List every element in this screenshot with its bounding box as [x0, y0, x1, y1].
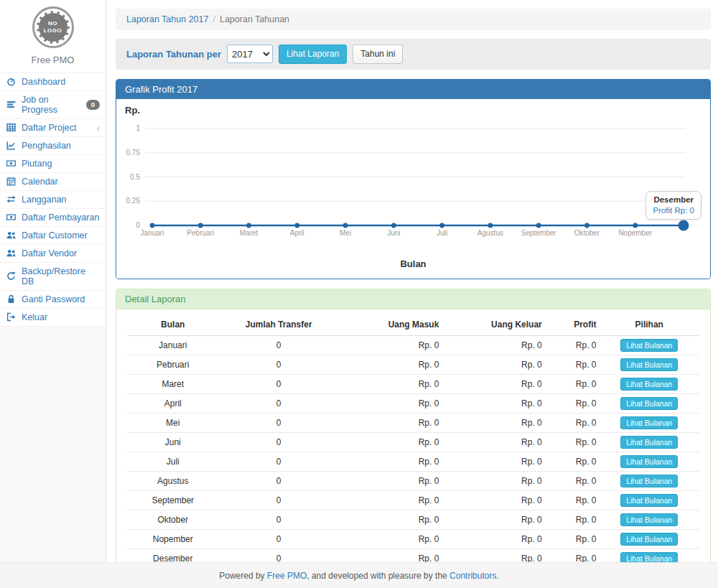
cell-uang-masuk: Rp. 0	[339, 335, 442, 355]
logo-ring: NO LOGO	[32, 6, 74, 48]
breadcrumb-link[interactable]: Laporan Tahun 2017	[126, 14, 208, 24]
chart-panel-title: Grafik Profit 2017	[116, 80, 710, 99]
cell-uang-keluar: Rp. 0	[442, 335, 544, 355]
footer-text: Powered by Free PMO, and developed with …	[219, 571, 499, 581]
column-header: Uang Keluar	[442, 314, 544, 336]
data-point-juli[interactable]	[439, 223, 444, 228]
view-monthly-button[interactable]: Lihat Bulanan	[620, 416, 678, 429]
view-monthly-button[interactable]: Lihat Bulanan	[620, 533, 678, 546]
table-panel-title: Detail Laporan	[116, 289, 710, 309]
cell-profit: Rp. 0	[545, 471, 600, 490]
data-point-nopember[interactable]	[633, 223, 638, 228]
data-point-juni[interactable]	[391, 223, 396, 228]
cell-bulan: April	[127, 393, 219, 413]
breadcrumb-current: Laporan Tahunan	[220, 14, 289, 24]
table-icon	[6, 123, 17, 133]
data-point-maret[interactable]	[246, 223, 251, 228]
y-tick-label: 0	[136, 221, 140, 229]
view-monthly-button[interactable]: Lihat Bulanan	[620, 513, 678, 526]
cell-jumlah-transfer: 0	[219, 393, 339, 413]
table-row: Pebruari0Rp. 0Rp. 0Rp. 0Lihat Bulanan	[127, 355, 699, 374]
sidebar-item-label: Ganti Password	[22, 294, 85, 304]
sidebar-item-dashboard[interactable]: Dashboard	[0, 73, 106, 91]
sidebar-item-daftar-pembayaran[interactable]: Daftar Pembayaran	[0, 209, 106, 227]
year-select[interactable]: 2017	[227, 45, 273, 63]
view-monthly-button[interactable]: Lihat Bulanan	[620, 397, 678, 410]
sidebar-item-daftar-project[interactable]: Daftar Project‹	[0, 119, 106, 137]
sidebar-item-daftar-customer[interactable]: Daftar Customer	[0, 227, 106, 245]
sidebar-item-piutang[interactable]: Piutang	[0, 155, 106, 173]
sidebar-item-job-on-progress[interactable]: Job on Progress0	[0, 91, 106, 119]
table-row: Maret0Rp. 0Rp. 0Rp. 0Lihat Bulanan	[127, 374, 699, 393]
view-monthly-button[interactable]: Lihat Bulanan	[620, 339, 678, 352]
table-row: Juni0Rp. 0Rp. 0Rp. 0Lihat Bulanan	[127, 432, 699, 452]
chart-area: Rp. 00.250.50.751JanuariPebruariMaretApr…	[116, 99, 710, 279]
cell-uang-masuk: Rp. 0	[339, 393, 442, 413]
data-point-agustus[interactable]	[488, 223, 493, 228]
view-monthly-button[interactable]: Lihat Bulanan	[620, 494, 678, 507]
page-footer: Powered by Free PMO, and developed with …	[0, 562, 718, 588]
report-table: BulanJumlah TransferUang MasukUang Kelua…	[127, 314, 699, 584]
data-point-april[interactable]	[294, 223, 299, 228]
x-tick-label: Januari	[141, 229, 164, 237]
cell-uang-masuk: Rp. 0	[339, 529, 442, 549]
table-row: Mei0Rp. 0Rp. 0Rp. 0Lihat Bulanan	[127, 413, 699, 432]
cell-bulan: Maret	[127, 374, 219, 393]
cell-bulan: Mei	[127, 413, 219, 432]
cell-uang-masuk: Rp. 0	[339, 471, 442, 490]
cell-uang-keluar: Rp. 0	[442, 355, 544, 374]
this-year-button[interactable]: Tahun ini	[353, 45, 403, 64]
view-monthly-button[interactable]: Lihat Bulanan	[620, 455, 678, 468]
x-tick-label: Pebruari	[187, 229, 214, 237]
cell-jumlah-transfer: 0	[219, 490, 339, 510]
footer-link-contributors[interactable]: Contributors.	[449, 571, 499, 581]
view-monthly-button[interactable]: Lihat Bulanan	[620, 358, 678, 371]
sidebar-nav: DashboardJob on Progress0Daftar Project‹…	[0, 73, 106, 327]
table-row: Januari0Rp. 0Rp. 0Rp. 0Lihat Bulanan	[127, 335, 699, 355]
footer-link-freepmo[interactable]: Free PMO	[267, 571, 307, 581]
data-point-september[interactable]	[536, 223, 541, 228]
app-logo: NO LOGO	[0, 0, 106, 52]
x-tick-label: Maret	[240, 229, 258, 237]
column-header: Jumlah Transfer	[219, 314, 339, 336]
users-icon	[6, 230, 17, 241]
sidebar-item-ganti-password[interactable]: Ganti Password	[0, 291, 106, 309]
cell-jumlah-transfer: 0	[219, 529, 339, 549]
y-tick-label: 0.25	[126, 197, 141, 205]
cell-profit: Rp. 0	[545, 335, 600, 355]
sidebar-item-daftar-vendor[interactable]: Daftar Vendor	[0, 245, 106, 263]
sidebar-item-label: Piutang	[22, 159, 52, 169]
sidebar-item-label: Daftar Vendor	[22, 248, 77, 258]
x-tick-label: Oktober	[574, 229, 600, 237]
data-point-oktober[interactable]	[584, 223, 589, 228]
data-point-desember[interactable]	[679, 220, 689, 230]
profit-chart-panel: Grafik Profit 2017 Rp. 00.250.50.751Janu…	[116, 79, 711, 279]
sidebar-item-penghasilan[interactable]: Penghasilan	[0, 137, 106, 155]
sidebar-item-keluar[interactable]: Keluar	[0, 309, 106, 327]
y-axis-title: Rp.	[125, 105, 701, 118]
data-point-pebruari[interactable]	[198, 223, 203, 228]
line-chart-icon	[6, 141, 17, 151]
column-header: Pilihan	[599, 314, 699, 336]
column-header: Profit	[545, 314, 600, 336]
table-row: April0Rp. 0Rp. 0Rp. 0Lihat Bulanan	[127, 393, 699, 413]
view-monthly-button[interactable]: Lihat Bulanan	[620, 378, 678, 391]
view-monthly-button[interactable]: Lihat Bulanan	[620, 475, 678, 487]
x-tick-label: Nopember	[618, 229, 652, 237]
view-report-button[interactable]: Lihat Laporan	[279, 45, 347, 64]
cell-bulan: Juni	[127, 432, 219, 452]
sidebar-item-backup-restore-db[interactable]: Backup/Restore DB	[0, 263, 106, 291]
cell-profit: Rp. 0	[545, 510, 600, 529]
sidebar-item-calendar[interactable]: Calendar	[0, 173, 106, 191]
chevron-left-icon: ‹	[97, 123, 100, 133]
sidebar-item-label: Keluar	[22, 312, 47, 322]
view-monthly-button[interactable]: Lihat Bulanan	[620, 436, 678, 449]
cell-profit: Rp. 0	[545, 490, 600, 510]
cell-jumlah-transfer: 0	[219, 335, 339, 355]
sidebar-item-langganan[interactable]: Langganan	[0, 191, 106, 209]
data-point-januari[interactable]	[150, 223, 155, 228]
table-row: Juli0Rp. 0Rp. 0Rp. 0Lihat Bulanan	[127, 452, 699, 471]
profit-line-chart: 00.250.50.751JanuariPebruariMaretAprilMe…	[125, 118, 701, 258]
data-point-mei[interactable]	[343, 223, 348, 228]
cell-uang-keluar: Rp. 0	[442, 393, 544, 413]
